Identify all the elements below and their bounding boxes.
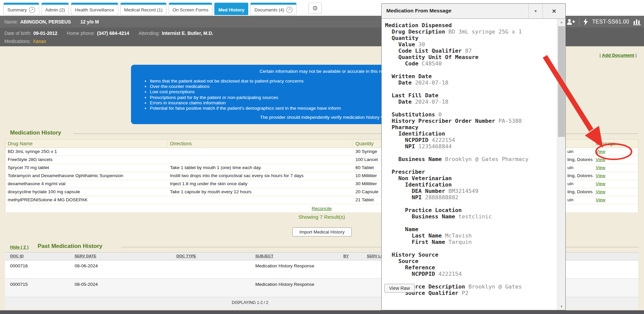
prescriber-fragment: ling, Dolores <box>567 157 593 162</box>
scroll-down-arrow[interactable]: ▼ <box>557 303 565 310</box>
message-line: Substitutions 0 <box>385 111 528 118</box>
message-line: Pharmacy <box>385 124 528 130</box>
tab-documents-4-[interactable]: Documents (4)↗ <box>250 3 297 15</box>
tab-label: Summary <box>7 7 27 12</box>
message-line-label: Non Veterinarian <box>385 175 452 181</box>
directions-cell: Inject 1.8 mg under the skin once daily <box>170 181 247 186</box>
past-history-title: Past Medication History <box>38 243 102 250</box>
tab-label: Med History <box>218 7 244 12</box>
message-line <box>385 67 528 73</box>
message-line-label: Substitutions <box>385 111 435 118</box>
directions-cell: Take 1 tablet by mouth 1 (one) time each… <box>170 165 262 170</box>
reconcile-link[interactable]: Reconcile <box>312 206 332 211</box>
message-line: Reference <box>385 264 528 271</box>
lightning-icon[interactable] <box>584 18 588 25</box>
message-line-value: BM3214549 <box>445 188 478 194</box>
message-line-label: Business Name <box>385 156 442 162</box>
dialog-scrollbar[interactable]: ▲ ▼ <box>557 19 565 310</box>
open-popout-icon[interactable]: ↗ <box>286 7 293 13</box>
tab-med-history[interactable]: Med History <box>214 3 248 15</box>
settings-button[interactable]: ⚙ <box>308 3 322 14</box>
tab-on-screen-forms[interactable]: On Screen Forms <box>169 3 213 15</box>
phone-label: Home phone: <box>67 31 95 36</box>
message-line: Name <box>385 226 528 232</box>
open-popout-icon[interactable]: ↗ <box>29 7 35 13</box>
message-line-value: 4222154 <box>428 137 455 143</box>
divider <box>579 18 579 25</box>
tab-body: Medical Record (1) <box>121 5 166 15</box>
message-line: Business Name Brooklyn @ Gates Pharmacy <box>385 156 528 162</box>
view-message-link[interactable]: View <box>596 173 605 178</box>
tab-body: Health Surveillance <box>71 5 118 15</box>
scrollbar-thumb[interactable] <box>558 26 565 137</box>
view-message-link[interactable]: View <box>596 181 605 186</box>
message-line-label: NCPDPID <box>385 271 435 277</box>
header-icon-group: TEST-SS61.00 <box>566 16 641 28</box>
prescriber-fragment: uin <box>567 181 573 186</box>
view-message-link[interactable]: View <box>596 157 605 162</box>
dialog-collapse-button[interactable]: ▼ <box>528 4 543 18</box>
message-line-label: Practice Location <box>385 207 462 213</box>
hide-past-history-link[interactable]: Hide ( 2 ) <box>10 245 29 250</box>
past-column-header[interactable]: DOC ID <box>10 254 24 258</box>
prescriber-fragment: uin <box>567 149 573 154</box>
message-line: Source <box>385 258 528 264</box>
scroll-up-arrow[interactable]: ▲ <box>557 19 565 25</box>
message-line-value: testclinic <box>455 213 492 220</box>
patient-medications[interactable]: Xanax <box>33 39 46 44</box>
message-line-value: 4222154 <box>435 271 462 277</box>
add-document-link[interactable]: Add Document <box>602 53 634 58</box>
import-medical-history-button[interactable]: Import Medical History <box>292 227 352 237</box>
dialog-close-button[interactable]: × <box>543 4 565 18</box>
view-raw-button[interactable]: View Raw <box>384 284 415 293</box>
tab-summary[interactable]: Summary↗ <box>3 3 39 15</box>
tab-health-surveillance[interactable]: Health Surveillance <box>71 3 118 15</box>
med-column-header: Quantity <box>355 141 374 146</box>
message-line-label: Drug Description <box>385 29 445 35</box>
message-line-value: Tarquin <box>445 239 472 245</box>
message-line <box>385 201 528 207</box>
message-line: Date 2024-07-18 <box>385 80 528 86</box>
message-line: Business Name testclinic <box>385 213 528 220</box>
message-line-label: Quantity Unit Of Measure <box>385 54 478 60</box>
message-line-label: Written Date <box>385 73 432 80</box>
pipe-right: | <box>635 53 637 58</box>
message-line: NCPDPID 4222154 <box>385 271 528 277</box>
message-line-label: Last Fill Date <box>385 92 438 99</box>
tab-body: Documents (4)↗ <box>251 5 296 15</box>
message-line <box>385 150 528 156</box>
message-line-label: History Source <box>385 252 438 258</box>
tab-medical-record-1-[interactable]: Medical Record (1) <box>120 3 167 15</box>
message-line <box>385 105 528 111</box>
view-message-link[interactable]: View <box>596 197 605 202</box>
chevron-down-icon: ▼ <box>534 9 538 13</box>
message-line-value: BD 3mL syringe 25G x 1 <box>445 29 522 35</box>
drug-name-cell: FreeStyle 28G lancets <box>8 157 53 162</box>
chart-icon[interactable] <box>633 18 641 25</box>
past-column-header[interactable]: SERV DATE <box>75 254 96 258</box>
message-line: Non Veterinarian <box>385 175 528 181</box>
tab-admin-2-[interactable]: Admin (2) <box>41 3 69 15</box>
drug-name-cell: methylPREDNISolone 4 MG DOSEPAK <box>8 197 88 202</box>
tab-label: Admin (2) <box>45 7 65 12</box>
tab-label: Health Surveillance <box>75 7 114 12</box>
tab-label: Documents (4) <box>254 7 284 12</box>
view-message-link[interactable]: View <box>596 165 605 170</box>
message-line: Medication Dispensed <box>385 22 528 29</box>
past-column-header[interactable]: SUBJECT <box>255 254 273 258</box>
message-line: Practice Location <box>385 207 528 213</box>
med-column-header: Message <box>596 141 615 146</box>
past-column-header[interactable]: BY <box>343 254 349 258</box>
tab-body: Admin (2) <box>42 5 69 15</box>
message-line <box>385 162 528 169</box>
message-line-value: 87 <box>462 48 472 54</box>
patient-dob: 09-01-2012 <box>33 31 57 36</box>
tab-strip: Summary↗Admin (2)Health SurveillanceMedi… <box>3 3 297 15</box>
past-column-header[interactable]: DOC TYPE <box>176 254 196 258</box>
view-message-link[interactable]: View <box>596 189 605 194</box>
patient-phone: (347) 684-4214 <box>97 31 129 36</box>
view-message-link[interactable]: View <box>596 149 605 154</box>
tab-label: Medical Record (1) <box>124 7 163 12</box>
message-line-value: P2 <box>459 290 469 296</box>
add-user-icon[interactable] <box>566 18 575 25</box>
